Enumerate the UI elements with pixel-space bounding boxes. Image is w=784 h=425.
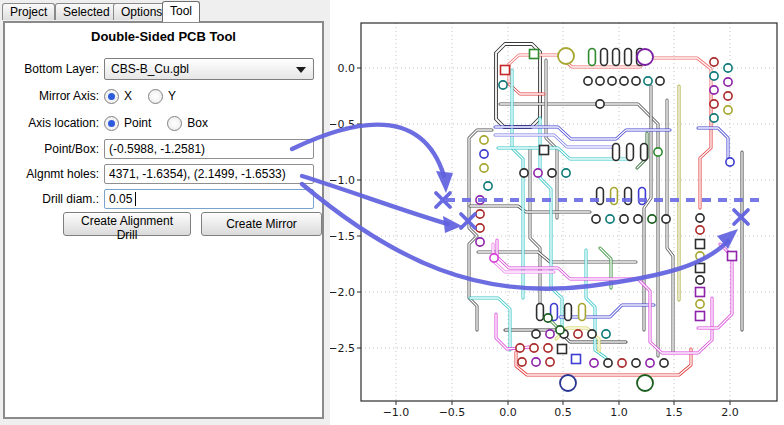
bottom-layer-value: CBS-B_Cu.gbl — [111, 62, 189, 76]
chevron-down-icon — [296, 67, 306, 73]
point-box-label: Point/Box: — [11, 142, 104, 156]
pcb-plot: −1.0 −0.5 0.0 0.5 1.0 1.5 2.0 0.0 −0.5 −… — [330, 0, 784, 425]
axis-location-label: Axis location: — [11, 116, 104, 130]
alignment-holes-label: Algnmt holes: — [11, 167, 104, 181]
bottom-layer-label: Bottom Layer: — [11, 62, 104, 76]
tool-panel: Double-Sided PCB Tool Bottom Layer: CBS-… — [3, 21, 324, 419]
svg-text:−2.0: −2.0 — [330, 286, 355, 299]
svg-text:−1.0: −1.0 — [383, 406, 410, 419]
bottom-layer-dropdown[interactable]: CBS-B_Cu.gbl — [104, 58, 314, 80]
svg-text:−1.5: −1.5 — [330, 230, 355, 243]
tab-bar: Project Selected Options Tool — [0, 0, 330, 22]
create-mirror-button[interactable]: Create Mirror — [201, 212, 322, 236]
mirror-axis-x-radio[interactable] — [104, 89, 119, 104]
svg-text:0.0: 0.0 — [338, 62, 356, 75]
panel-title: Double-Sided PCB Tool — [5, 29, 322, 44]
svg-text:2.0: 2.0 — [721, 406, 739, 419]
svg-text:−0.5: −0.5 — [330, 118, 355, 131]
axis-location-point-label: Point — [124, 116, 151, 130]
tab-selected[interactable]: Selected — [55, 3, 118, 20]
drill-diameter-label: Drill diam.: — [11, 192, 104, 206]
point-box-input[interactable] — [104, 139, 314, 159]
svg-text:−2.5: −2.5 — [330, 342, 355, 355]
tab-options-label: Options — [121, 5, 162, 19]
tab-selected-label: Selected — [63, 5, 110, 19]
tab-project-label: Project — [10, 5, 47, 19]
tab-project[interactable]: Project — [2, 3, 55, 20]
svg-text:0.5: 0.5 — [554, 406, 572, 419]
mirror-axis-label: Mirror Axis: — [11, 89, 104, 103]
svg-text:1.0: 1.0 — [610, 406, 628, 419]
svg-text:−1.0: −1.0 — [330, 174, 355, 187]
axis-location-box-radio[interactable] — [167, 116, 182, 131]
mirror-axis-y-radio[interactable] — [148, 89, 163, 104]
tab-tool[interactable]: Tool — [162, 1, 200, 22]
axis-location-point-radio[interactable] — [104, 116, 119, 131]
tab-tool-label: Tool — [170, 4, 192, 18]
alignment-holes-input[interactable] — [104, 164, 314, 184]
app-window: Project Selected Options Tool Double-Sid… — [0, 0, 784, 425]
mirror-axis-y-label: Y — [168, 89, 176, 103]
mirror-axis-x-label: X — [124, 89, 132, 103]
svg-text:1.5: 1.5 — [665, 406, 683, 419]
svg-text:0.0: 0.0 — [499, 406, 517, 419]
axis-location-box-label: Box — [187, 116, 208, 130]
svg-text:−0.5: −0.5 — [439, 406, 466, 419]
plot-canvas[interactable]: −1.0 −0.5 0.0 0.5 1.0 1.5 2.0 0.0 −0.5 −… — [330, 0, 784, 425]
text-caret — [135, 192, 136, 206]
create-alignment-drill-button[interactable]: Create Alignment Drill — [63, 212, 191, 236]
